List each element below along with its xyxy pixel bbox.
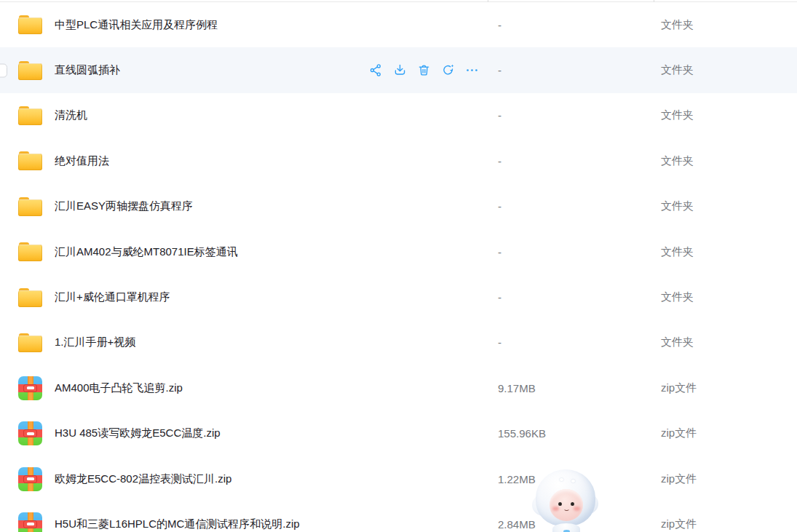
- file-type: 文件夹: [654, 154, 797, 168]
- file-type: zip文件: [654, 381, 797, 395]
- file-size: -: [488, 246, 654, 258]
- file-size: -: [488, 336, 654, 349]
- zip-file-icon: [18, 421, 42, 445]
- name-cell: 1.汇川手册+视频: [0, 333, 488, 352]
- transfer-icon[interactable]: [441, 63, 455, 77]
- name-cell: 汇川AM402与威纶MT8071IE标签通讯: [0, 242, 488, 261]
- table-row[interactable]: 汇川EASY两轴摆盘仿真程序 - 文件夹: [0, 184, 797, 229]
- file-size: -: [488, 64, 654, 76]
- file-type: 文件夹: [654, 108, 797, 122]
- file-type: 文件夹: [654, 63, 797, 77]
- name-cell: 直线圆弧插补: [0, 61, 488, 80]
- table-row[interactable]: 绝对值用法 - 文件夹: [0, 138, 797, 183]
- file-size: -: [488, 291, 654, 303]
- folder-icon: [18, 288, 42, 307]
- folder-icon: [18, 15, 42, 34]
- zip-file-icon: [18, 512, 42, 532]
- file-list: 中型PLC通讯相关应用及程序例程 - 文件夹 直线圆弧插补: [0, 2, 797, 532]
- name-cell: 汇川+威伦通口罩机程序: [0, 288, 488, 307]
- name-cell: 欧姆龙E5CC-802温控表测试汇川.zip: [0, 467, 488, 491]
- file-size: -: [488, 155, 654, 167]
- table-row[interactable]: H3U 485读写欧姆龙E5CC温度.zip 155.96KB zip文件: [0, 411, 797, 456]
- file-name[interactable]: AM400电子凸轮飞追剪.zip: [55, 381, 183, 395]
- file-type: 文件夹: [654, 199, 797, 213]
- file-type: zip文件: [654, 472, 797, 486]
- table-row[interactable]: 清洗机 - 文件夹: [0, 93, 797, 138]
- folder-icon: [18, 106, 42, 125]
- name-cell: AM400电子凸轮飞追剪.zip: [0, 376, 488, 400]
- file-manager-page: 中型PLC通讯相关应用及程序例程 - 文件夹 直线圆弧插补: [0, 0, 797, 532]
- download-icon[interactable]: [393, 63, 407, 77]
- more-icon[interactable]: [465, 63, 479, 77]
- name-cell: 中型PLC通讯相关应用及程序例程: [0, 15, 488, 34]
- file-size: 155.96KB: [488, 427, 654, 440]
- file-name[interactable]: 1.汇川手册+视频: [55, 336, 135, 349]
- table-row-hovered[interactable]: 直线圆弧插补: [0, 47, 797, 92]
- table-row[interactable]: 汇川AM402与威纶MT8071IE标签通讯 - 文件夹: [0, 229, 797, 274]
- zip-file-icon: [18, 376, 42, 400]
- file-type: 文件夹: [654, 245, 797, 259]
- row-action-bar: [369, 63, 488, 77]
- table-row[interactable]: 中型PLC通讯相关应用及程序例程 - 文件夹: [0, 2, 797, 47]
- file-name[interactable]: H5U和三菱L16HPLC的MC通信测试程序和说明.zip: [55, 517, 300, 531]
- mascot-face: [550, 489, 583, 521]
- name-cell: 绝对值用法: [0, 151, 488, 170]
- folder-icon: [18, 242, 42, 261]
- zip-file-icon: [18, 467, 42, 491]
- folder-icon: [18, 197, 42, 216]
- delete-icon[interactable]: [417, 63, 431, 77]
- file-name[interactable]: H3U 485读写欧姆龙E5CC温度.zip: [55, 426, 221, 440]
- share-icon[interactable]: [369, 63, 383, 77]
- file-type: 文件夹: [654, 18, 797, 32]
- table-row[interactable]: 汇川+威伦通口罩机程序 - 文件夹: [0, 274, 797, 319]
- file-name[interactable]: 中型PLC通讯相关应用及程序例程: [55, 18, 218, 32]
- file-name[interactable]: 汇川EASY两轴摆盘仿真程序: [55, 199, 193, 213]
- file-type: 文件夹: [654, 336, 797, 349]
- file-name[interactable]: 汇川AM402与威纶MT8071IE标签通讯: [55, 245, 238, 259]
- cloud-mascot: [534, 469, 599, 532]
- file-type: zip文件: [654, 517, 797, 531]
- name-cell: H5U和三菱L16HPLC的MC通信测试程序和说明.zip: [0, 512, 488, 532]
- table-row[interactable]: AM400电子凸轮飞追剪.zip 9.17MB zip文件: [0, 365, 797, 410]
- file-name[interactable]: 汇川+威伦通口罩机程序: [55, 290, 170, 304]
- name-cell: 汇川EASY两轴摆盘仿真程序: [0, 197, 488, 216]
- file-name[interactable]: 直线圆弧插补: [55, 63, 120, 77]
- name-cell: H3U 485读写欧姆龙E5CC温度.zip: [0, 421, 488, 445]
- file-name[interactable]: 清洗机: [55, 108, 87, 122]
- name-cell: 清洗机: [0, 106, 488, 125]
- file-name[interactable]: 欧姆龙E5CC-802温控表测试汇川.zip: [55, 472, 231, 486]
- row-checkbox[interactable]: [0, 63, 7, 77]
- file-size: 9.17MB: [488, 382, 654, 394]
- file-size: -: [488, 200, 654, 213]
- table-row[interactable]: 欧姆龙E5CC-802温控表测试汇川.zip 1.22MB zip文件: [0, 456, 797, 501]
- table-row[interactable]: H5U和三菱L16HPLC的MC通信测试程序和说明.zip 2.84MB zip…: [0, 501, 797, 532]
- file-size: -: [488, 19, 654, 31]
- table-row[interactable]: 1.汇川手册+视频 - 文件夹: [0, 320, 797, 365]
- folder-icon: [18, 333, 42, 352]
- file-type: 文件夹: [654, 290, 797, 304]
- file-type: zip文件: [654, 426, 797, 440]
- file-name[interactable]: 绝对值用法: [55, 154, 109, 168]
- folder-icon: [18, 61, 42, 80]
- file-size: -: [488, 109, 654, 122]
- folder-icon: [18, 151, 42, 170]
